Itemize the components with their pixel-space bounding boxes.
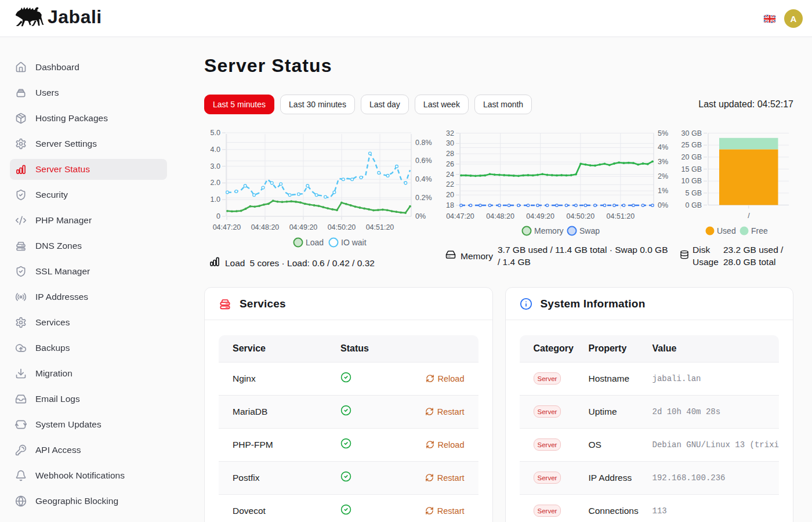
svg-text:5%: 5% bbox=[658, 129, 668, 137]
svg-text:28: 28 bbox=[446, 150, 454, 158]
svg-text:1%: 1% bbox=[658, 187, 668, 195]
svg-text:04:51:20: 04:51:20 bbox=[366, 223, 394, 231]
svg-text:25 GB: 25 GB bbox=[682, 141, 702, 149]
svg-text:24: 24 bbox=[446, 171, 454, 179]
svg-text:Used: Used bbox=[717, 226, 736, 235]
svg-text:0.2%: 0.2% bbox=[415, 194, 432, 202]
svg-text:04:49:20: 04:49:20 bbox=[526, 212, 554, 220]
svg-text:30 GB: 30 GB bbox=[682, 129, 702, 137]
svg-text:Swap: Swap bbox=[579, 226, 600, 235]
svg-text:Load: Load bbox=[306, 238, 324, 247]
svg-text:10 GB: 10 GB bbox=[682, 177, 702, 185]
svg-text:5.0: 5.0 bbox=[211, 129, 220, 137]
svg-text:18: 18 bbox=[446, 201, 454, 209]
svg-text:0%: 0% bbox=[658, 201, 668, 209]
svg-text:04:48:20: 04:48:20 bbox=[251, 223, 280, 231]
svg-text:30: 30 bbox=[446, 139, 454, 147]
svg-text:04:49:20: 04:49:20 bbox=[289, 223, 318, 231]
svg-text:22: 22 bbox=[446, 180, 454, 188]
svg-text:2.0: 2.0 bbox=[211, 179, 220, 187]
svg-text:4.0: 4.0 bbox=[211, 146, 220, 154]
svg-text:/: / bbox=[748, 212, 750, 220]
svg-text:0.8%: 0.8% bbox=[415, 139, 432, 147]
svg-text:4%: 4% bbox=[658, 143, 668, 151]
svg-text:3%: 3% bbox=[658, 158, 668, 166]
svg-text:20: 20 bbox=[446, 191, 454, 199]
svg-text:04:50:20: 04:50:20 bbox=[328, 223, 356, 231]
svg-text:1.0: 1.0 bbox=[211, 195, 220, 204]
svg-text:04:48:20: 04:48:20 bbox=[486, 212, 514, 220]
svg-text:IO wait: IO wait bbox=[341, 238, 367, 247]
svg-text:3.0: 3.0 bbox=[211, 162, 220, 171]
svg-text:32: 32 bbox=[446, 129, 454, 137]
svg-text:15 GB: 15 GB bbox=[682, 165, 702, 173]
svg-text:2%: 2% bbox=[658, 172, 668, 180]
svg-text:Memory: Memory bbox=[534, 226, 564, 235]
svg-text:0.4%: 0.4% bbox=[415, 175, 432, 183]
svg-text:Free: Free bbox=[751, 226, 768, 235]
svg-text:04:47:20: 04:47:20 bbox=[213, 223, 241, 231]
svg-text:0: 0 bbox=[216, 212, 220, 220]
svg-text:5 GB: 5 GB bbox=[686, 189, 702, 197]
svg-text:20 GB: 20 GB bbox=[682, 153, 702, 161]
svg-text:0 GB: 0 GB bbox=[686, 201, 702, 209]
svg-text:26: 26 bbox=[446, 160, 454, 168]
svg-text:04:50:20: 04:50:20 bbox=[566, 212, 594, 220]
svg-text:04:51:20: 04:51:20 bbox=[607, 212, 635, 220]
svg-text:0%: 0% bbox=[415, 212, 426, 220]
svg-text:04:47:20: 04:47:20 bbox=[446, 212, 474, 220]
svg-text:0.6%: 0.6% bbox=[415, 157, 432, 165]
